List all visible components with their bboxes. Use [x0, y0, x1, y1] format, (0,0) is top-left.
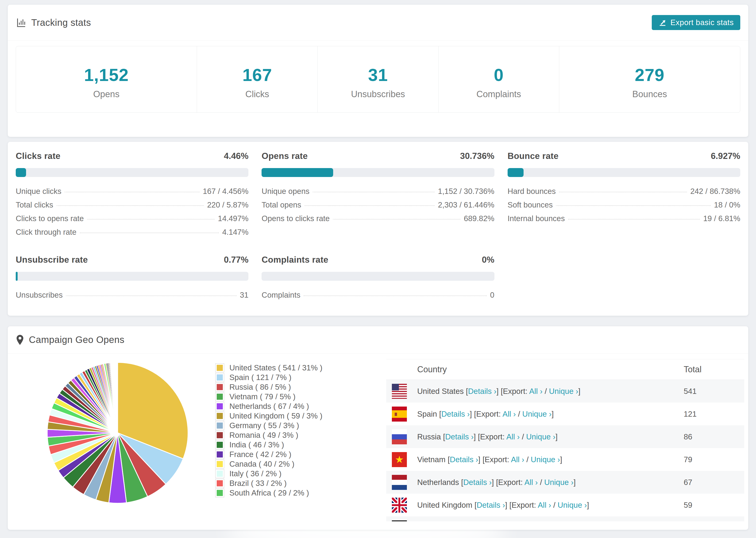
- rate-detail-value: 167 / 4.456%: [203, 187, 249, 196]
- details-link-united-states[interactable]: Details ›: [468, 387, 496, 396]
- export-all-link-netherlands[interactable]: All ›: [524, 478, 538, 487]
- legend-swatch-icon: [215, 459, 224, 468]
- legend-item-germany[interactable]: Germany ( 55 / 3% ): [215, 421, 322, 430]
- geo-table-header-row: Country Total: [386, 359, 744, 380]
- legend-swatch-icon: [215, 402, 224, 411]
- flag-icon-united-kingdom: [392, 498, 407, 512]
- progress-bar: [508, 168, 740, 177]
- details-link-united-kingdom[interactable]: Details ›: [477, 501, 505, 510]
- rate-title: Unsubscribe rate: [16, 255, 88, 265]
- campaign-geo-opens-card: Campaign Geo Opens United States ( 541 /…: [8, 326, 748, 530]
- rate-title: Complaints rate: [261, 255, 328, 265]
- export-unique-link-united-kingdom[interactable]: Unique ›: [558, 501, 587, 510]
- rate-detail-row: Complaints0: [261, 291, 494, 304]
- legend-item-france[interactable]: France ( 42 / 2% ): [215, 450, 322, 459]
- country-name: United States [: [417, 387, 468, 396]
- legend-item-canada[interactable]: Canada ( 40 / 2% ): [215, 459, 322, 469]
- summary-value: 31: [368, 65, 388, 85]
- rate-detail-row: Internal bounces19 / 6.81%: [508, 214, 740, 228]
- geo-table-header-total: Total: [684, 364, 744, 374]
- legend-item-united-states[interactable]: United States ( 541 / 31% ): [215, 363, 322, 372]
- separator-text: /: [524, 455, 531, 464]
- export-unique-link-spain[interactable]: Unique ›: [522, 409, 552, 418]
- legend-label: Spain ( 121 / 7% ): [229, 373, 291, 382]
- rate-detail-value: 31: [240, 291, 249, 299]
- flag-icon-vietnam: [392, 452, 407, 467]
- details-link-netherlands[interactable]: Details ›: [463, 478, 492, 487]
- details-link-spain[interactable]: Details ›: [441, 409, 470, 418]
- bracket-text: ]: [552, 409, 554, 418]
- legend-swatch-icon: [215, 469, 224, 478]
- export-unique-link-vietnam[interactable]: Unique ›: [531, 455, 560, 464]
- export-all-link-spain[interactable]: All ›: [503, 409, 516, 418]
- summary-value: 1,152: [84, 65, 129, 85]
- export-basic-stats-button[interactable]: Export basic stats: [652, 15, 740, 30]
- legend-item-netherlands[interactable]: Netherlands ( 67 / 4% ): [215, 402, 322, 411]
- legend-swatch-icon: [215, 440, 224, 449]
- legend-label: Brazil ( 33 / 2% ): [229, 479, 287, 488]
- rate-detail-label: Total opens: [261, 200, 301, 209]
- export-unique-link-united-states[interactable]: Unique ›: [549, 387, 578, 396]
- flag-icon-germany: [392, 520, 407, 521]
- export-all-link-vietnam[interactable]: All ›: [511, 455, 524, 464]
- legend-item-united-kingdom[interactable]: United Kingdom ( 59 / 3% ): [215, 411, 322, 421]
- export-all-link-united-states[interactable]: All ›: [529, 387, 543, 396]
- geo-table-row-russia: Russia [Details ›] [Export: All › / Uniq…: [386, 425, 744, 448]
- geo-table-header-country: Country: [386, 364, 684, 374]
- export-all-link-russia[interactable]: All ›: [507, 432, 520, 441]
- legend-label: India ( 46 / 3% ): [229, 440, 284, 449]
- legend-item-romania[interactable]: Romania ( 49 / 3% ): [215, 430, 322, 440]
- bracket-text: ]: [560, 455, 562, 464]
- details-link-russia[interactable]: Details ›: [445, 432, 473, 441]
- dotted-leader: [57, 205, 204, 206]
- tracking-stats-card: Tracking stats Export basic stats 1,152O…: [8, 5, 748, 137]
- legend-label: Canada ( 40 / 2% ): [229, 459, 295, 468]
- geo-table-total-value: 67: [684, 478, 744, 487]
- rate-percent: 30.736%: [460, 151, 495, 161]
- geo-table-total-value: 541: [684, 387, 744, 396]
- legend-item-india[interactable]: India ( 46 / 3% ): [215, 440, 322, 450]
- geo-table-country-cell: Russia [Details ›] [Export: All › / Uniq…: [386, 429, 684, 444]
- rate-detail-row: Unique opens1,152 / 30.736%: [261, 187, 494, 200]
- rate-detail-rows: Hard bounces242 / 86.738%Soft bounces18 …: [508, 187, 740, 228]
- legend-item-south-africa[interactable]: South Africa ( 29 / 2% ): [215, 488, 322, 498]
- rate-detail-value: 242 / 86.738%: [690, 187, 740, 196]
- rate-detail-value: 1,152 / 30.736%: [438, 187, 494, 196]
- details-link-vietnam[interactable]: Details ›: [450, 455, 478, 464]
- dotted-leader: [568, 219, 700, 219]
- legend-item-vietnam[interactable]: Vietnam ( 79 / 5% ): [215, 392, 322, 402]
- legend-item-brazil[interactable]: Brazil ( 33 / 2% ): [215, 478, 322, 488]
- legend-label: Vietnam ( 79 / 5% ): [229, 392, 296, 401]
- legend-swatch-icon: [215, 431, 224, 440]
- progress-bar: [261, 168, 494, 177]
- rate-block-complaints-rate: Complaints rate0%Complaints0: [261, 255, 494, 304]
- legend-item-spain[interactable]: Spain ( 121 / 7% ): [215, 372, 322, 382]
- legend-swatch-icon: [215, 363, 224, 372]
- summary-label: Complaints: [476, 89, 521, 99]
- rate-block-clicks-rate: Clicks rate4.46%Unique clicks167 / 4.456…: [16, 151, 248, 241]
- rate-detail-label: Unique clicks: [16, 187, 61, 196]
- geo-header: Campaign Geo Opens: [8, 326, 748, 353]
- progress-bar: [16, 272, 248, 281]
- dotted-leader: [87, 219, 215, 219]
- country-links: Spain [Details ›] [Export: All › / Uniqu…: [417, 409, 554, 418]
- geo-table-country-cell: Germany [Details ›] [Export: All › / Uni…: [386, 520, 684, 521]
- rate-detail-rows: Complaints0: [261, 291, 494, 304]
- rate-detail-row: Total clicks220 / 5.87%: [16, 200, 248, 214]
- rate-title: Clicks rate: [16, 151, 60, 161]
- separator-text: /: [551, 501, 558, 510]
- geo-table-total-value: 59: [684, 501, 744, 510]
- export-unique-link-russia[interactable]: Unique ›: [526, 432, 556, 441]
- legend-item-italy[interactable]: Italy ( 36 / 2% ): [215, 469, 322, 478]
- geo-table-row-netherlands: Netherlands [Details ›] [Export: All › /…: [386, 471, 744, 494]
- progress-bar-fill: [261, 168, 333, 177]
- dotted-leader: [304, 205, 435, 206]
- summary-stat-unsubscribes: 31Unsubscribes: [318, 46, 438, 112]
- export-unique-link-netherlands[interactable]: Unique ›: [544, 478, 573, 487]
- export-all-link-united-kingdom[interactable]: All ›: [538, 501, 551, 510]
- rate-detail-row: Opens to clicks rate689.82%: [261, 214, 494, 228]
- legend-item-russia[interactable]: Russia ( 86 / 5% ): [215, 382, 322, 392]
- rate-detail-row: Unique clicks167 / 4.456%: [16, 187, 248, 200]
- geo-table: Country Total United States [Details ›] …: [386, 359, 744, 521]
- rates-grid: Clicks rate4.46%Unique clicks167 / 4.456…: [16, 151, 740, 304]
